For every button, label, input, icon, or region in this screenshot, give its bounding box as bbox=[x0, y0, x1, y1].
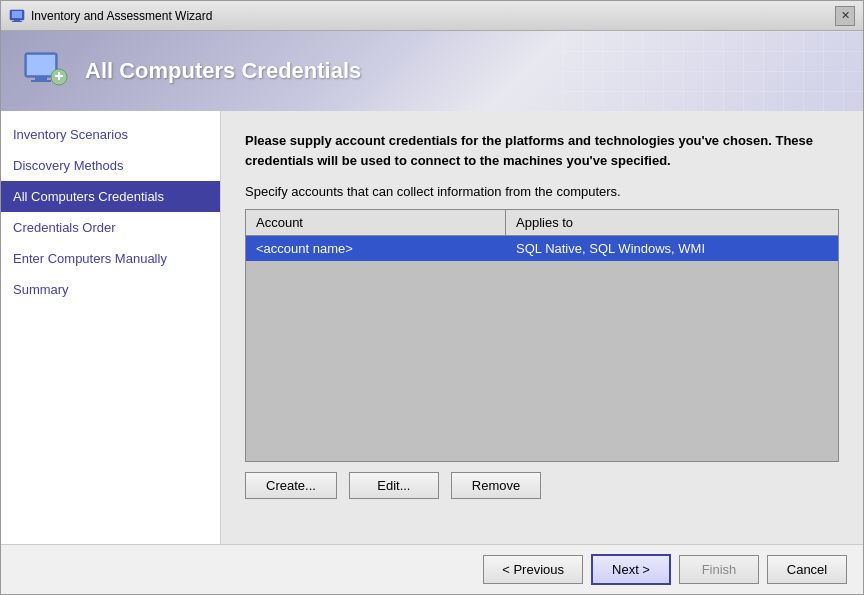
svg-rect-5 bbox=[27, 55, 55, 75]
header-banner: All Computers Credentials bbox=[1, 31, 863, 111]
cell-applies-to: SQL Native, SQL Windows, WMI bbox=[506, 236, 838, 261]
specify-text: Specify accounts that can collect inform… bbox=[245, 184, 839, 199]
sidebar-item-all-computers-credentials[interactable]: All Computers Credentials bbox=[1, 181, 220, 212]
next-button[interactable]: Next > bbox=[591, 554, 671, 585]
previous-button[interactable]: < Previous bbox=[483, 555, 583, 584]
cell-account: <account name> bbox=[246, 236, 506, 261]
description-text: Please supply account credentials for th… bbox=[245, 131, 839, 170]
svg-rect-7 bbox=[31, 80, 51, 82]
header-icon bbox=[21, 47, 69, 95]
close-button[interactable]: ✕ bbox=[835, 6, 855, 26]
sidebar-item-summary[interactable]: Summary bbox=[1, 274, 220, 305]
header-title: All Computers Credentials bbox=[85, 58, 361, 84]
footer: < Previous Next > Finish Cancel bbox=[1, 544, 863, 594]
svg-rect-3 bbox=[12, 21, 22, 22]
sidebar-item-credentials-order[interactable]: Credentials Order bbox=[1, 212, 220, 243]
sidebar-item-enter-computers-manually[interactable]: Enter Computers Manually bbox=[1, 243, 220, 274]
finish-button[interactable]: Finish bbox=[679, 555, 759, 584]
sidebar-item-inventory-scenarios[interactable]: Inventory Scenarios bbox=[1, 119, 220, 150]
app-icon bbox=[9, 8, 25, 24]
column-applies-to: Applies to bbox=[506, 210, 838, 235]
create-button[interactable]: Create... bbox=[245, 472, 337, 499]
main-panel: Please supply account credentials for th… bbox=[221, 111, 863, 544]
title-bar: Inventory and Assessment Wizard ✕ bbox=[1, 1, 863, 31]
table-header: Account Applies to bbox=[246, 210, 838, 236]
title-bar-text: Inventory and Assessment Wizard bbox=[31, 9, 835, 23]
cancel-button[interactable]: Cancel bbox=[767, 555, 847, 584]
column-account: Account bbox=[246, 210, 506, 235]
credentials-table-container: Account Applies to <account name> SQL Na… bbox=[245, 209, 839, 462]
content-area: Inventory Scenarios Discovery Methods Al… bbox=[1, 111, 863, 544]
edit-button[interactable]: Edit... bbox=[349, 472, 439, 499]
table-empty-area[interactable] bbox=[246, 261, 838, 461]
sidebar: Inventory Scenarios Discovery Methods Al… bbox=[1, 111, 221, 544]
table-buttons: Create... Edit... Remove bbox=[245, 472, 839, 499]
svg-rect-1 bbox=[12, 11, 22, 18]
sidebar-item-discovery-methods[interactable]: Discovery Methods bbox=[1, 150, 220, 181]
svg-rect-10 bbox=[58, 72, 60, 80]
table-row[interactable]: <account name> SQL Native, SQL Windows, … bbox=[246, 236, 838, 261]
remove-button[interactable]: Remove bbox=[451, 472, 541, 499]
wizard-window: Inventory and Assessment Wizard ✕ All Co… bbox=[0, 0, 864, 595]
